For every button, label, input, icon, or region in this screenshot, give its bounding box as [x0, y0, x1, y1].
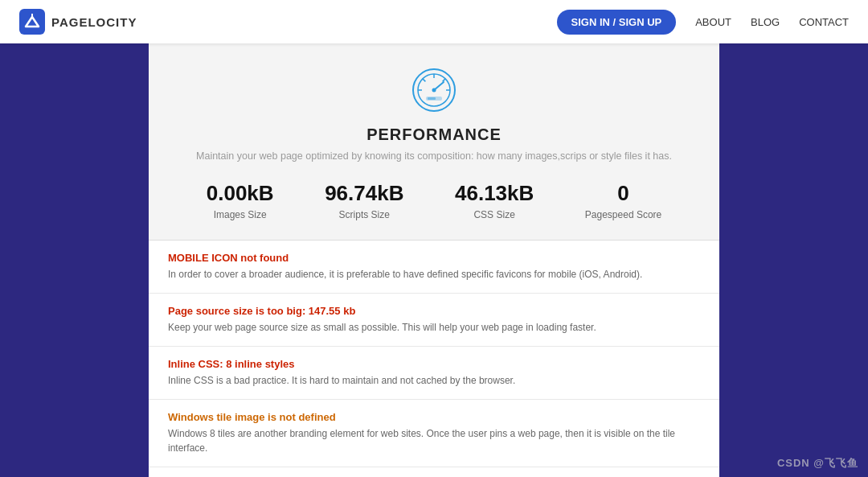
speedometer-icon	[181, 66, 687, 117]
stat-images: 0.00kB Images Size	[207, 181, 274, 220]
stat-css-label: CSS Size	[455, 209, 534, 220]
logo: PAGELOCITY	[19, 9, 137, 35]
success-compressed: ✓ This web page has its page source quit…	[149, 467, 719, 477]
stat-scripts: 96.74kB Scripts Size	[325, 181, 403, 220]
logo-icon	[19, 9, 45, 35]
watermark: CSDN @飞飞鱼	[777, 456, 858, 471]
svg-line-9	[443, 79, 446, 82]
logo-text: PAGELOCITY	[51, 15, 137, 29]
performance-description: Maintain your web page optimized by know…	[181, 150, 687, 162]
content-panel: PERFORMANCE Maintain your web page optim…	[149, 43, 719, 477]
stat-css: 46.13kB CSS Size	[455, 181, 534, 220]
contact-link[interactable]: CONTACT	[799, 16, 849, 28]
issue-inline-css: Inline CSS: 8 inline styles Inline CSS i…	[149, 347, 719, 400]
stat-images-value: 0.00kB	[207, 181, 274, 206]
nav-links: SIGN IN / SIGN UP ABOUT BLOG CONTACT	[557, 10, 849, 35]
issue-page-size: Page source size is too big: 147.55 kb K…	[149, 294, 719, 347]
stat-scripts-value: 96.74kB	[325, 181, 403, 206]
stat-pagespeed-label: Pagespeed Score	[585, 209, 661, 220]
signin-button[interactable]: SIGN IN / SIGN UP	[557, 10, 677, 35]
stat-images-label: Images Size	[207, 209, 274, 220]
issue-inline-css-desc: Inline CSS is a bad practice. It is hard…	[168, 373, 700, 388]
issues-list: MOBILE ICON not found In order to cover …	[149, 241, 719, 477]
page-wrapper: PERFORMANCE Maintain your web page optim…	[0, 0, 868, 477]
stat-pagespeed-value: 0	[585, 181, 661, 206]
svg-line-8	[423, 79, 426, 82]
about-link[interactable]: ABOUT	[695, 16, 731, 28]
stat-css-value: 46.13kB	[455, 181, 534, 206]
issue-page-size-title: Page source size is too big: 147.55 kb	[168, 305, 700, 317]
svg-rect-0	[19, 9, 45, 35]
issue-inline-css-title: Inline CSS: 8 inline styles	[168, 358, 700, 370]
issue-windows-tile-desc: Windows 8 tiles are another branding ele…	[168, 426, 700, 455]
svg-point-11	[432, 88, 436, 93]
performance-title: PERFORMANCE	[181, 125, 687, 144]
issue-mobile-icon-desc: In order to cover a broader audience, it…	[168, 267, 700, 282]
stat-pagespeed: 0 Pagespeed Score	[585, 181, 661, 220]
issue-windows-tile: Windows tile image is not defined Window…	[149, 400, 719, 467]
issue-page-size-desc: Keep your web page source size as small …	[168, 320, 700, 335]
stat-scripts-label: Scripts Size	[325, 209, 403, 220]
svg-rect-13	[428, 97, 436, 100]
issue-mobile-icon-title: MOBILE ICON not found	[168, 252, 700, 264]
performance-section: PERFORMANCE Maintain your web page optim…	[149, 43, 719, 241]
issue-mobile-icon: MOBILE ICON not found In order to cover …	[149, 241, 719, 294]
issue-windows-tile-title: Windows tile image is not defined	[168, 411, 700, 423]
navbar: PAGELOCITY SIGN IN / SIGN UP ABOUT BLOG …	[0, 0, 868, 43]
blog-link[interactable]: BLOG	[751, 16, 780, 28]
performance-stats: 0.00kB Images Size 96.74kB Scripts Size …	[181, 181, 687, 220]
